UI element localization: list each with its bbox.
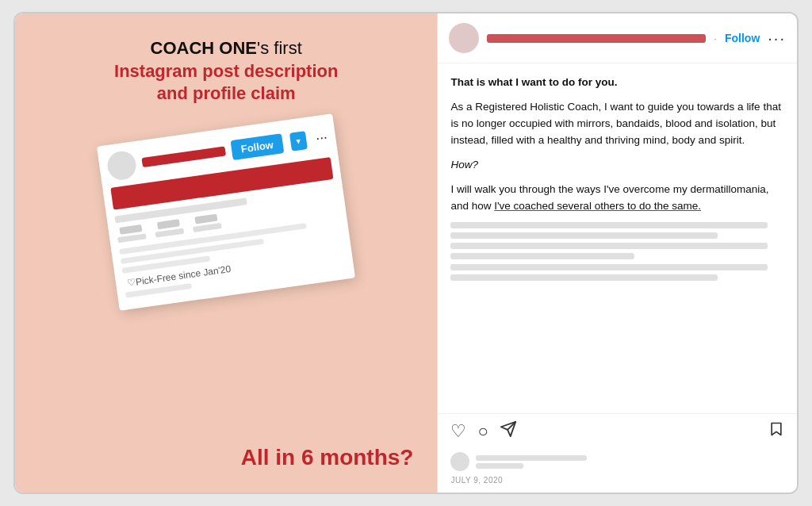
post-avatar [449, 23, 479, 53]
main-container: COACH ONE's first Instagram post descrip… [13, 12, 799, 494]
share-icon[interactable] [500, 420, 517, 443]
card-chevron-button[interactable]: ▾ [289, 130, 308, 151]
post-separator-dot: · [714, 33, 717, 44]
all-six-months: All in 6 months? [241, 445, 414, 470]
stat-posts-label [117, 233, 147, 243]
post-header: · Follow ··· [438, 13, 797, 63]
comment-icon[interactable]: ○ [477, 421, 488, 442]
post-blur-line3 [450, 243, 768, 249]
commenter-line2 [476, 463, 523, 469]
post-name-bar [487, 34, 706, 43]
stat-posts-num [120, 224, 143, 235]
post-para1: That is what I want to do for you. [450, 75, 784, 91]
headline-top: COACH ONE's first [114, 37, 338, 60]
post-blur-line2 [450, 232, 717, 239]
post-follow-label[interactable]: Follow [725, 32, 760, 44]
commenter-text [476, 455, 587, 469]
post-blur-line5 [450, 264, 768, 270]
card-name-bar [142, 146, 226, 167]
post-para2: As a Registered Holistic Coach, I want t… [450, 99, 784, 149]
bookmark-icon[interactable] [768, 420, 784, 443]
post-para3: How? [450, 157, 784, 174]
headline: COACH ONE's first Instagram post descrip… [114, 37, 338, 105]
post-blur-line1 [450, 222, 768, 228]
headline-red-line2: Instagram post description [114, 60, 338, 83]
post-more-button[interactable]: ··· [768, 29, 786, 48]
stat-following-num [195, 213, 218, 224]
commenter-avatar [450, 452, 469, 471]
first-text: 's first [257, 38, 302, 58]
right-panel: · Follow ··· That is what I want to do f… [437, 13, 797, 493]
card-avatar [105, 149, 138, 182]
post-blur-line6 [450, 274, 717, 281]
stat-posts [117, 224, 147, 243]
stat-following-label [193, 223, 222, 232]
headline-red-line3: and profile claim [114, 82, 338, 105]
post-para1-text: That is what I want to do for you. [450, 76, 617, 88]
coach-one-text: COACH ONE [151, 38, 257, 58]
stat-following [192, 213, 222, 232]
stat-followers-label [155, 228, 185, 237]
left-panel: COACH ONE's first Instagram post descrip… [15, 13, 437, 493]
stat-followers [154, 219, 184, 238]
post-blur-line4 [450, 253, 634, 259]
post-actions: ♡ ○ [438, 413, 797, 449]
instagram-card: Follow ▾ ··· [97, 113, 355, 311]
post-para4: I will walk you through the ways I've ov… [450, 182, 784, 215]
stat-followers-num [157, 219, 180, 229]
post-body: That is what I want to do for you. As a … [438, 63, 797, 413]
commenter-line1 [476, 455, 587, 461]
like-icon[interactable]: ♡ [450, 421, 466, 442]
post-date: JULY 9, 2020 [438, 473, 797, 493]
card-more-dots[interactable]: ··· [315, 128, 329, 147]
svg-marker-2 [772, 424, 781, 435]
post-para4-underline: I've coached several others to do the sa… [494, 200, 701, 212]
card-follow-button[interactable]: Follow [230, 133, 284, 160]
post-commenter [438, 449, 797, 473]
